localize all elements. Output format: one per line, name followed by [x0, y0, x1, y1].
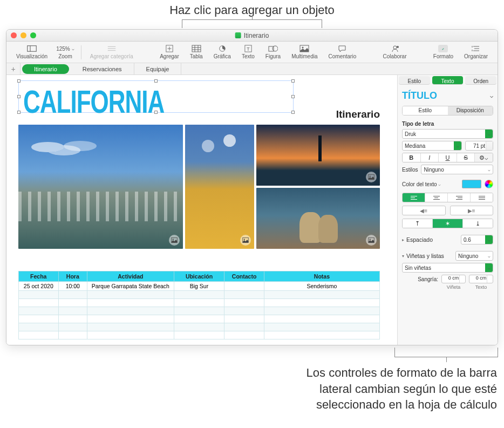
document-icon [235, 32, 241, 38]
svg-point-30 [244, 239, 245, 240]
align-left-button[interactable] [403, 193, 425, 202]
table-row[interactable] [19, 299, 380, 307]
sheet-tab-equipaje[interactable]: Equipaje [134, 63, 182, 74]
col-ubicacion[interactable]: Ubicación [174, 271, 224, 282]
disclosure-triangle-icon: ▾ [402, 254, 404, 259]
font-family-select[interactable]: Druk⌵ [402, 129, 493, 139]
svg-point-21 [397, 46, 399, 48]
data-table[interactable]: Fecha Hora Actividad Ubicación Contacto … [18, 271, 380, 339]
paragraph-style-select[interactable]: TÍTULO ⌵ [402, 89, 493, 106]
segment-estilo[interactable]: Estilo [403, 106, 448, 115]
align-center-button[interactable] [425, 193, 448, 202]
style-layout-segment[interactable]: Estilo Disposición [402, 106, 493, 116]
add-category-button: Agregar categoría [85, 44, 139, 60]
table-row[interactable]: 25 oct 2020 10:00 Parque Garrapata State… [19, 282, 380, 291]
col-notas[interactable]: Notas [264, 271, 379, 282]
close-icon[interactable] [11, 32, 17, 38]
outdent-button[interactable]: ◀≡ [402, 206, 446, 215]
photo-seals[interactable] [256, 188, 380, 249]
photo-flowers[interactable] [185, 125, 254, 249]
chart-icon [217, 45, 227, 52]
table-button[interactable]: Tabla [185, 44, 208, 60]
subtitle[interactable]: Itinerario [336, 108, 380, 120]
shape-button[interactable]: Figura [260, 44, 286, 60]
minimize-icon[interactable] [21, 32, 26, 38]
format-sidebar: Estilo Texto Orden TÍTULO ⌵ Estilo Dispo… [397, 75, 498, 345]
comment-button[interactable]: Comentario [323, 44, 362, 60]
image-icon[interactable] [366, 235, 377, 246]
collaborate-button[interactable]: Colaborar [378, 44, 412, 60]
chevron-down-icon: ⌵ [490, 93, 493, 99]
annotation-bracket [182, 19, 322, 28]
indent-bullet-stepper[interactable]: 0 cm [441, 275, 466, 283]
zoom-button[interactable]: 125%⌵ Zoom [53, 44, 78, 60]
svg-rect-8 [192, 45, 201, 52]
table-row[interactable] [19, 307, 380, 315]
col-hora[interactable]: Hora [58, 271, 87, 282]
bullets-style-select[interactable]: Sin viñetas⌵ [402, 263, 493, 273]
bold-button[interactable]: B [403, 153, 421, 162]
align-justify-button[interactable] [471, 193, 493, 202]
table-row[interactable] [19, 291, 380, 299]
media-icon [299, 45, 309, 52]
tab-texto[interactable]: Texto [432, 76, 464, 85]
valign-middle-button[interactable]: ✶ [433, 219, 463, 228]
insert-button[interactable]: Agregar [154, 44, 185, 60]
table-row[interactable] [19, 331, 380, 339]
organize-button[interactable]: Organizar [459, 44, 493, 60]
add-sheet-button[interactable]: + [6, 63, 21, 74]
font-size-stepper[interactable]: 71 pt▲▼ [465, 141, 493, 151]
segment-disposicion[interactable]: Disposición [448, 106, 493, 115]
canvas[interactable]: CALIFORNIA Itinerario Fecha Hora Activid… [6, 75, 397, 345]
tab-orden[interactable]: Orden [465, 76, 496, 85]
text-button[interactable]: T Texto [236, 44, 260, 60]
indent-label: Sangría: [418, 276, 438, 282]
indent-button[interactable]: ▶≡ [450, 206, 494, 215]
tab-estilo[interactable]: Estilo [399, 76, 430, 85]
window-controls [11, 32, 36, 38]
color-swatch[interactable] [462, 180, 481, 188]
inspector-tabs: Estilo Texto Orden [398, 75, 498, 86]
italic-button[interactable]: I [421, 153, 439, 162]
image-icon[interactable] [240, 235, 251, 246]
photo-grid [18, 125, 380, 249]
sheet-tab-itinerario[interactable]: Itinerario [22, 64, 69, 74]
fullscreen-icon[interactable] [30, 32, 36, 38]
col-actividad[interactable]: Actividad [87, 271, 174, 282]
col-fecha[interactable]: Fecha [19, 271, 59, 282]
page-title[interactable]: CALIFORNIA [19, 81, 293, 123]
window-title: Itinerario [235, 32, 269, 39]
format-button[interactable]: Formato [428, 44, 459, 60]
valign-top-button[interactable]: ⤒ [403, 219, 433, 228]
view-button[interactable]: Visualización [11, 44, 53, 60]
image-icon[interactable] [169, 235, 180, 246]
photo-coast[interactable] [18, 125, 183, 249]
char-styles-select[interactable]: Ninguno⌵ [421, 165, 493, 174]
char-styles-label: Estilos [402, 167, 418, 173]
spacing-section[interactable]: ▸ Espaciado 0.6⌵ [402, 235, 493, 244]
sheets-bar: + Itinerario Reservaciones Equipaje [6, 63, 498, 75]
sheet-tab-reservaciones[interactable]: Reservaciones [71, 63, 134, 74]
photo-lighthouse[interactable] [256, 125, 380, 186]
underline-button[interactable]: U [439, 153, 457, 162]
window-title-text: Itinerario [244, 32, 269, 39]
bullets-preset-select[interactable]: Ninguno⌵ [455, 251, 493, 261]
align-right-button[interactable] [448, 193, 471, 202]
bullets-section[interactable]: ▾ Viñetas y listas Ninguno⌵ [402, 251, 493, 261]
title-text-box[interactable]: CALIFORNIA [18, 80, 294, 113]
image-icon[interactable] [366, 172, 377, 182]
indent-bullet-sublabel: Viñeta [441, 284, 466, 290]
font-weight-select[interactable]: Mediana⌵ [402, 141, 462, 151]
media-button[interactable]: Multimedia [286, 44, 323, 60]
col-contacto[interactable]: Contacto [224, 271, 264, 282]
gear-icon[interactable]: ⚙︎⌵ [475, 153, 493, 162]
table-row[interactable] [19, 323, 380, 331]
table-row[interactable] [19, 315, 380, 323]
valign-bottom-button[interactable]: ⤓ [463, 219, 493, 228]
strike-button[interactable]: S [457, 153, 475, 162]
color-wheel-icon[interactable] [485, 180, 493, 188]
spacing-select[interactable]: 0.6⌵ [461, 235, 493, 244]
indent-text-stepper[interactable]: 0 cm [469, 275, 493, 283]
text-color-label[interactable]: Color del texto⌵ [402, 181, 459, 187]
chart-button[interactable]: Gráfica [208, 44, 236, 60]
